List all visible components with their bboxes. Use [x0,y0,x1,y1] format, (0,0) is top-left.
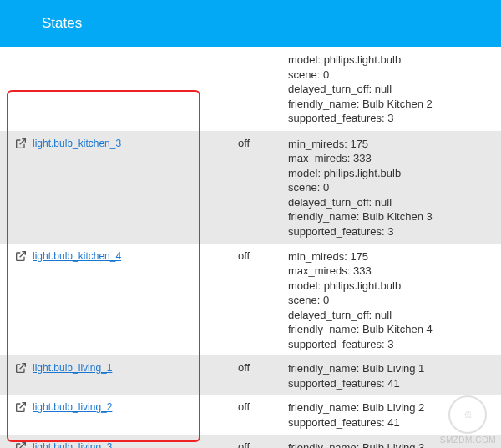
attribute-line: friendly_name: Bulb Living 3 [288,440,501,448]
attribute-line: friendly_name: Bulb Kitchen 4 [288,322,501,337]
entity-link[interactable]: light.bulb_living_1 [33,362,112,374]
table-row: light.bulb_kitchen_3offmin_mireds: 175ma… [0,131,501,244]
states-table: model: philips.light.bulbscene: 0delayed… [0,47,501,448]
state-cell: off [238,399,288,413]
page-title: States [42,15,82,31]
state-cell: off [238,248,288,262]
open-external-icon[interactable] [0,135,29,150]
attribute-line: supported_features: 41 [288,376,501,391]
attribute-line: scene: 0 [288,180,501,195]
table-row: light.bulb_living_1offfriendly_name: Bul… [0,355,501,395]
attributes-cell: friendly_name: Bulb Living 2supported_fe… [288,399,501,430]
attribute-line: supported_features: 3 [288,111,501,126]
table-row: light.bulb_living_3offfriendly_name: Bul… [0,435,501,448]
table-row: light.bulb_living_2offfriendly_name: Bul… [0,395,501,434]
attribute-line: supported_features: 3 [288,337,501,352]
attribute-line: supported_features: 41 [288,415,501,430]
attribute-line: supported_features: 3 [288,224,501,239]
entity-link[interactable]: light.bulb_living_3 [33,441,112,448]
entity-link[interactable]: light.bulb_living_2 [33,401,112,413]
attributes-cell: min_mireds: 175max_mireds: 333model: phi… [288,135,501,239]
attribute-line: friendly_name: Bulb Kitchen 2 [288,97,501,112]
attribute-line: model: philips.light.bulb [288,166,501,181]
entity-cell: light.bulb_living_1 [29,360,238,374]
entity-cell: light.bulb_kitchen_3 [29,135,238,149]
attribute-line: min_mireds: 175 [288,137,501,152]
state-cell: off [238,360,288,374]
entity-cell: light.bulb_kitchen_4 [29,248,238,262]
attribute-line: max_mireds: 333 [288,264,501,279]
attribute-line: friendly_name: Bulb Living 2 [288,400,501,415]
entity-link[interactable]: light.bulb_kitchen_4 [33,250,121,262]
state-cell: off [238,439,288,448]
partial-row-top: model: philips.light.bulbscene: 0delayed… [0,47,501,131]
attribute-line: delayed_turn_off: null [288,82,501,97]
attribute-line: min_mireds: 175 [288,249,501,264]
entity-cell: light.bulb_living_3 [29,439,238,448]
attribute-line: scene: 0 [288,68,501,83]
page-header: States [0,0,501,47]
attributes-cell: min_mireds: 175max_mireds: 333model: phi… [288,248,501,352]
attribute-line: max_mireds: 333 [288,151,501,166]
entity-cell: light.bulb_living_2 [29,399,238,413]
open-external-icon[interactable] [0,248,29,263]
attribute-line: scene: 0 [288,293,501,308]
entity-link[interactable]: light.bulb_kitchen_3 [33,138,121,149]
attribute-line: model: philips.light.bulb [288,279,501,294]
attributes-cell: model: philips.light.bulbscene: 0delayed… [0,51,501,126]
open-external-icon[interactable] [0,399,29,414]
attributes-cell: friendly_name: Bulb Living 1supported_fe… [288,360,501,390]
attributes-cell: friendly_name: Bulb Living 3supported_fe… [288,439,501,448]
attribute-line: delayed_turn_off: null [288,195,501,210]
table-row: light.bulb_kitchen_4offmin_mireds: 175ma… [0,244,501,356]
open-external-icon[interactable] [0,439,29,448]
attribute-line: friendly_name: Bulb Living 1 [288,361,501,376]
attribute-line: model: philips.light.bulb [288,53,501,68]
state-cell: off [238,135,288,149]
attribute-line: friendly_name: Bulb Kitchen 3 [288,209,501,224]
open-external-icon[interactable] [0,360,29,375]
attribute-line: delayed_turn_off: null [288,308,501,323]
